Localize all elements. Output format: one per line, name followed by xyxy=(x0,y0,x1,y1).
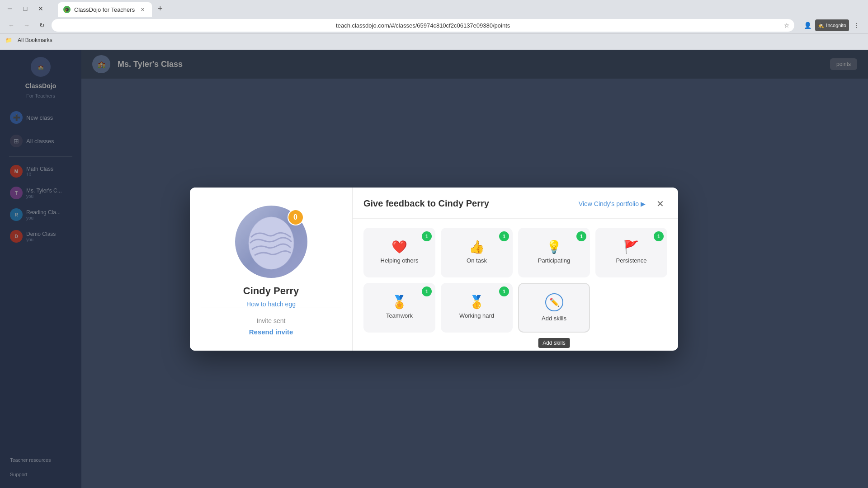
omnibar-container: 🔒 ☆ xyxy=(52,19,794,32)
incognito-badge: 🕵 Incognito xyxy=(815,19,849,31)
skill-card-participating[interactable]: 1 💡 Participating xyxy=(518,228,590,277)
url-bar[interactable] xyxy=(52,19,794,32)
modal-right-panel: Give feedback to Cindy Perry View Cindy'… xyxy=(353,188,678,351)
omnibar-row: ← → ↻ 🔒 ☆ 👤 🕵 Incognito ⋮ xyxy=(0,17,868,33)
menu-button[interactable]: ⋮ xyxy=(851,19,863,31)
skill-icon-working-hard: 🥇 xyxy=(469,296,485,309)
maximize-button[interactable]: □ xyxy=(19,2,32,15)
skill-icon-on-task: 👍 xyxy=(469,241,485,253)
window-controls: ─ □ ✕ xyxy=(4,2,47,15)
back-button[interactable]: ← xyxy=(5,19,17,31)
add-skills-card[interactable]: ✏️ Add skills Add skills xyxy=(518,283,590,333)
app-background: 🏫 ClassDojo For Teachers ➕ New class ⊞ A… xyxy=(0,50,868,488)
browser-chrome: ─ □ ✕ 🎓 ClassDojo for Teachers ✕ + ← → ↻… xyxy=(0,0,868,50)
skill-label-teamwork: Teamwork xyxy=(386,312,413,319)
skill-badge-persistence: 1 xyxy=(654,231,664,241)
skill-card-teamwork[interactable]: 1 🏅 Teamwork xyxy=(363,283,435,333)
hatch-egg-link[interactable]: How to hatch egg xyxy=(246,300,296,308)
skill-badge-on-task: 1 xyxy=(499,231,509,241)
skill-card-helping-others[interactable]: 1 ❤️ Helping others xyxy=(363,228,435,277)
skill-icon-participating: 💡 xyxy=(546,241,562,253)
tab-favicon: 🎓 xyxy=(63,6,71,13)
bookmarks-bar: 📁 All Bookmarks xyxy=(0,33,868,46)
skill-label-participating: Participating xyxy=(538,257,571,264)
modal-left-panel: 0 Cindy Perry How to hatch egg Invite se… xyxy=(190,188,353,351)
skill-icon-helping-others: ❤️ xyxy=(392,241,407,253)
resend-invite-link[interactable]: Resend invite xyxy=(249,328,293,336)
close-window-button[interactable]: ✕ xyxy=(34,2,47,15)
skills-grid: 1 ❤️ Helping others 1 👍 On task 1 💡 xyxy=(353,219,678,342)
bookmarks-folder-icon: 📁 xyxy=(5,37,12,43)
browser-actions: 👤 🕵 Incognito ⋮ xyxy=(802,19,863,31)
tab-close-button[interactable]: ✕ xyxy=(138,5,146,14)
active-tab[interactable]: 🎓 ClassDojo for Teachers ✕ xyxy=(58,2,152,17)
skill-label-on-task: On task xyxy=(467,257,487,264)
feedback-modal: 0 Cindy Perry How to hatch egg Invite se… xyxy=(190,188,678,351)
student-name: Cindy Perry xyxy=(243,285,299,297)
skill-icon-persistence: 🚩 xyxy=(623,241,639,253)
tab-bar: 🎓 ClassDojo for Teachers ✕ + xyxy=(54,0,166,17)
add-skills-label: Add skills xyxy=(542,315,566,322)
portfolio-link-icon: ▶ xyxy=(641,200,646,207)
points-badge: 0 xyxy=(288,209,304,225)
invite-status: Invite sent xyxy=(201,317,341,324)
incognito-icon: 🕵 xyxy=(818,23,824,28)
minimize-button[interactable]: ─ xyxy=(4,2,16,15)
points-count: 0 xyxy=(293,213,297,221)
incognito-label: Incognito xyxy=(826,23,846,28)
forward-button[interactable]: → xyxy=(21,19,33,31)
reload-button[interactable]: ↻ xyxy=(36,19,48,31)
skill-icon-teamwork: 🏅 xyxy=(392,296,407,309)
skill-card-on-task[interactable]: 1 👍 On task xyxy=(441,228,513,277)
add-skills-tooltip: Add skills xyxy=(538,338,570,348)
modal-overlay: 0 Cindy Perry How to hatch egg Invite se… xyxy=(0,50,868,488)
title-bar: ─ □ ✕ 🎓 ClassDojo for Teachers ✕ + xyxy=(0,0,868,17)
all-bookmarks-item[interactable]: All Bookmarks xyxy=(14,36,56,44)
modal-left-footer: Invite sent Resend invite xyxy=(201,308,341,336)
portfolio-link[interactable]: View Cindy's portfolio ▶ xyxy=(579,200,646,207)
new-tab-button[interactable]: + xyxy=(154,2,166,15)
portfolio-link-text: View Cindy's portfolio xyxy=(579,200,639,207)
skill-card-working-hard[interactable]: 1 🥇 Working hard xyxy=(441,283,513,333)
add-skills-pencil-icon: ✏️ xyxy=(545,293,563,311)
skill-badge-helping-others: 1 xyxy=(422,231,432,241)
modal-title: Give feedback to Cindy Perry xyxy=(363,198,571,209)
skill-label-persistence: Persistence xyxy=(616,257,647,264)
bookmark-star-icon[interactable]: ☆ xyxy=(784,22,790,29)
tab-title: ClassDojo for Teachers xyxy=(74,6,135,13)
profile-button[interactable]: 👤 xyxy=(802,19,813,31)
svg-point-0 xyxy=(249,217,294,269)
skill-badge-working-hard: 1 xyxy=(499,286,509,296)
skill-label-working-hard: Working hard xyxy=(459,312,494,319)
skill-card-persistence[interactable]: 1 🚩 Persistence xyxy=(595,228,667,277)
student-avatar-container: 0 xyxy=(235,206,307,278)
modal-header: Give feedback to Cindy Perry View Cindy'… xyxy=(353,188,678,219)
skill-label-helping-others: Helping others xyxy=(381,257,419,264)
skill-badge-teamwork: 1 xyxy=(422,286,432,296)
skill-badge-participating: 1 xyxy=(576,231,586,241)
modal-close-button[interactable]: ✕ xyxy=(653,197,667,211)
